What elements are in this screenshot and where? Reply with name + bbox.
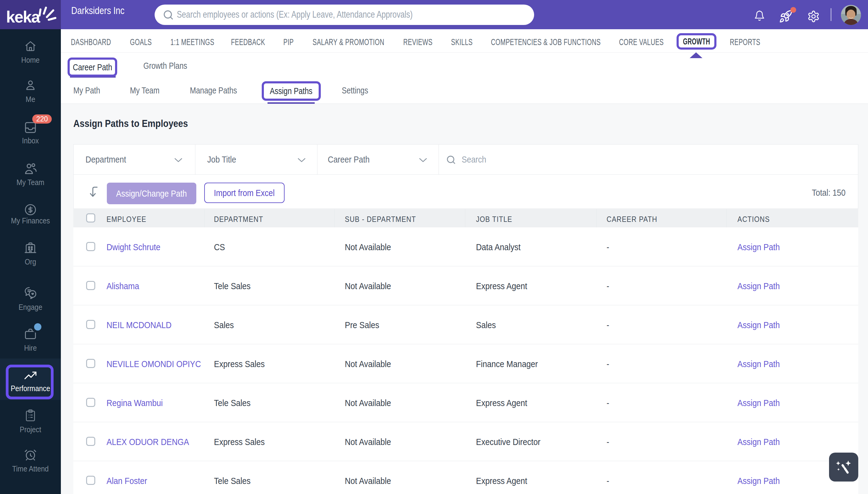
svg-text:keka: keka — [7, 9, 40, 24]
